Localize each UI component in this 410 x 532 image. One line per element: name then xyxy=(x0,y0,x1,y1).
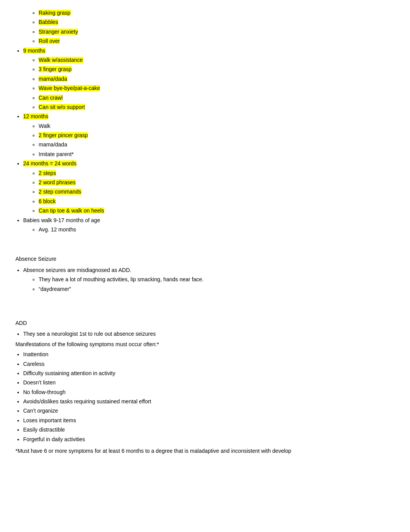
list-item: Wave bye-bye/pat-a-cake xyxy=(39,84,395,92)
absence-seizure-section: Absence Seizure Absence seizures are mis… xyxy=(15,255,395,293)
list-item: Can sit w/o support xyxy=(39,103,395,111)
list-item: Difficulty sustaining attention in activ… xyxy=(23,369,395,377)
list-item: Can’t organize xyxy=(23,406,395,415)
list-item: “daydreamer” xyxy=(39,285,395,293)
24-months-item: 24 months = 24 words 2 steps 2 word phra… xyxy=(23,159,395,215)
absence-seizure-subitems: They have a lot of mouthing activities, … xyxy=(39,275,395,293)
list-item: Walk xyxy=(39,122,395,130)
list-item: No follow-through xyxy=(23,388,395,396)
list-item: 3 finger grasp xyxy=(39,65,395,73)
list-item: Can crawl xyxy=(39,93,395,102)
pre-9months-list: Raking grasp Babbles Stranger anxiety Ro… xyxy=(23,8,395,234)
list-item: Easily distractible xyxy=(23,425,395,434)
list-item: Stranger anxiety xyxy=(39,27,395,36)
list-item: 2 steps xyxy=(39,169,395,177)
list-item: They have a lot of mouthing activities, … xyxy=(39,275,395,284)
list-item: Walk w/assistance xyxy=(39,56,395,64)
pre-9months-subitems: Raking grasp Babbles Stranger anxiety Ro… xyxy=(39,8,395,46)
list-item: mama/dada xyxy=(39,75,395,83)
list-item: Inattention xyxy=(23,350,395,359)
list-item: Doesn’t listen xyxy=(23,378,395,387)
12-months-item: 12 months Walk 2 finger pincer grasp mam… xyxy=(23,112,395,158)
9-months-item: 9 months Walk w/assistance 3 finger gras… xyxy=(23,46,395,112)
12-months-subitems: Walk 2 finger pincer grasp mama/dada Imi… xyxy=(39,122,395,159)
manifestations-title: Manifestations of the following symptoms… xyxy=(15,340,395,348)
absence-seizure-title: Absence Seizure xyxy=(15,255,395,263)
9-months-subitems: Walk w/assistance 3 finger grasp mama/da… xyxy=(39,56,395,111)
add-neurologist-list: They see a neurologist 1st to rule out a… xyxy=(23,330,395,338)
list-item: 6 block xyxy=(39,197,395,206)
list-item: Forgetful in daily activities xyxy=(23,435,395,444)
add-section: ADD They see a neurologist 1st to rule o… xyxy=(15,319,395,455)
list-item: 2 finger pincer grasp xyxy=(39,131,395,139)
list-item: mama/dada xyxy=(39,140,395,149)
neurologist-item: They see a neurologist 1st to rule out a… xyxy=(23,330,395,338)
list-item: Absence seizures are misdiagnosed as ADD… xyxy=(23,266,395,293)
add-footnote: *Must have 6 or more symptoms for at lea… xyxy=(15,447,395,455)
list-item: 2 word phrases xyxy=(39,178,395,187)
add-title: ADD xyxy=(15,319,395,327)
babies-walk-item: Babies walk 9-17 months of age Avg. 12 m… xyxy=(23,216,395,234)
list-item: Avg. 12 months xyxy=(39,225,395,234)
list-item: Roll over xyxy=(39,37,395,45)
list-item: Imitate parent* xyxy=(39,150,395,158)
list-item: Can tip toe & walk on heels xyxy=(39,206,395,215)
24-months-subitems: 2 steps 2 word phrases 2 step commands 6… xyxy=(39,169,395,215)
top-section: Raking grasp Babbles Stranger anxiety Ro… xyxy=(15,8,395,234)
babies-walk-subitems: Avg. 12 months xyxy=(39,225,395,234)
add-symptoms-list: Inattention Careless Difficulty sustaini… xyxy=(23,350,395,444)
list-item: Careless xyxy=(23,360,395,368)
list-item: Avoids/dislikes tasks requiring sustaine… xyxy=(23,397,395,406)
absence-seizure-list: Absence seizures are misdiagnosed as ADD… xyxy=(23,266,395,293)
list-item: Babbles xyxy=(39,18,395,26)
list-item: Raking grasp xyxy=(39,8,395,17)
list-item: Loses important items xyxy=(23,416,395,425)
list-item: 2 step commands xyxy=(39,187,395,196)
